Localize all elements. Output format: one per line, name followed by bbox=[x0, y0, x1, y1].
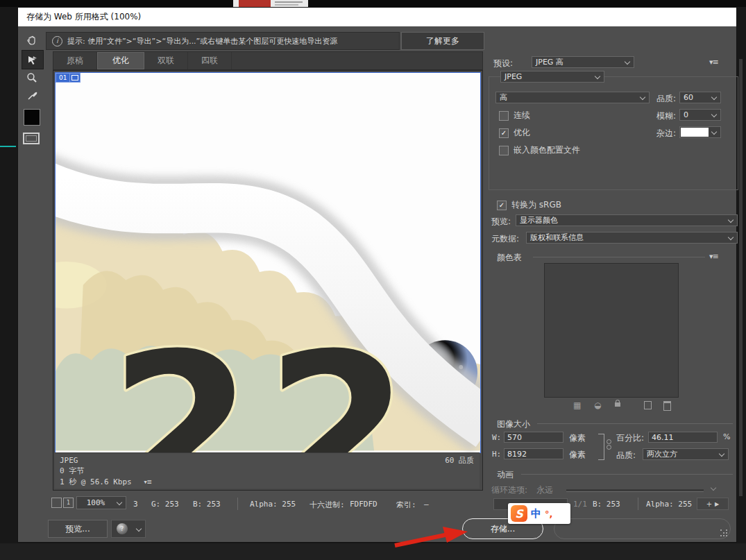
hex-value: FDFDFD bbox=[350, 500, 378, 509]
status-format: JPEG bbox=[60, 455, 475, 466]
next-frame-plus-icon[interactable]: + bbox=[706, 500, 712, 508]
optimized-checkbox[interactable]: ✓ 优化 bbox=[499, 127, 530, 139]
browser-select-button[interactable]: ? bbox=[111, 520, 133, 538]
preview-mode-label: 预览: bbox=[491, 216, 511, 228]
zoom-level-dropdown[interactable]: 100% bbox=[76, 496, 126, 509]
preview-tabstrip: 原稿 优化 双联 四联 bbox=[53, 51, 483, 70]
preset-panel-menu-icon[interactable]: ▾≡ bbox=[709, 58, 718, 67]
embed-profile-checkbox[interactable]: 嵌入颜色配置文件 bbox=[499, 144, 580, 156]
resample-dropdown[interactable]: 两次立方 bbox=[643, 448, 729, 460]
ime-punctuation-toggle[interactable]: °, bbox=[545, 509, 552, 519]
status-speed: 1 秒 @ 56.6 Kbps bbox=[60, 477, 132, 486]
artwork: 22 bbox=[56, 73, 480, 452]
metadata-dropdown[interactable]: 版权和联系信息 bbox=[526, 232, 738, 244]
ime-language-toggle[interactable]: 中 bbox=[531, 507, 541, 520]
ime-indicator[interactable]: S 中 °, bbox=[508, 503, 570, 524]
chevron-down-icon bbox=[625, 58, 630, 64]
chevron-down-icon bbox=[711, 111, 717, 117]
tab-4up[interactable]: 四联 bbox=[188, 52, 232, 69]
background-thumbnail bbox=[233, 0, 308, 7]
g-readout: G: 253 bbox=[151, 500, 179, 509]
format-dropdown[interactable]: JPEG bbox=[500, 71, 604, 83]
index-value: — bbox=[424, 500, 429, 509]
chevron-down-icon bbox=[711, 94, 717, 99]
web-shift-icon[interactable]: ◒ bbox=[594, 400, 601, 410]
dialog-titlebar[interactable]: 存储为 Web 所用格式 (100%) bbox=[18, 8, 736, 26]
tab-original[interactable]: 原稿 bbox=[53, 52, 97, 69]
percent-input[interactable]: 46.11 bbox=[648, 432, 718, 443]
hand-tool-button[interactable] bbox=[22, 31, 42, 49]
preset-label: 预设: bbox=[493, 58, 513, 69]
link-dimensions-bracket bbox=[598, 434, 604, 460]
slice-toggle-icon[interactable] bbox=[51, 498, 62, 508]
convert-srgb-checkbox[interactable]: ✓ 转换为 sRGB bbox=[497, 199, 561, 211]
anim-b-readout: B: 253 bbox=[593, 500, 620, 509]
lock-color-icon[interactable] bbox=[615, 402, 620, 407]
tab-optimized[interactable]: 优化 bbox=[97, 52, 144, 69]
alpha-readout: Alpha: 255 bbox=[250, 500, 296, 509]
preview-in-browser-button[interactable]: 预览... bbox=[48, 520, 108, 538]
resize-grip[interactable] bbox=[720, 529, 722, 531]
zoom-tool-button[interactable] bbox=[22, 69, 42, 87]
preview-frame: 22 01 JPEG 0 字节 1 秒 @ 56.6 Kbps ▾≡ 60 品质 bbox=[53, 70, 483, 491]
eyedropper-icon bbox=[26, 90, 38, 102]
learn-more-button[interactable]: 了解更多 bbox=[401, 32, 484, 50]
width-label: W: bbox=[492, 433, 501, 442]
height-input[interactable]: 8192 bbox=[504, 448, 563, 459]
delete-color-icon[interactable] bbox=[663, 401, 671, 411]
artwork-number: 22 bbox=[109, 309, 422, 452]
percent-unit: % bbox=[723, 432, 730, 441]
image-size-header: 图像大小 bbox=[497, 418, 530, 430]
color-table-menu-icon[interactable]: ▾≡ bbox=[709, 252, 718, 261]
loop-options-groove bbox=[566, 489, 704, 492]
status-menu-icon[interactable]: ▾≡ bbox=[143, 477, 151, 486]
chevron-down-icon bbox=[728, 234, 734, 239]
new-color-icon[interactable] bbox=[644, 401, 652, 409]
chevron-down-icon bbox=[728, 217, 734, 222]
slice-select-icon bbox=[26, 53, 39, 66]
loop-options-chevron-icon[interactable] bbox=[711, 485, 716, 491]
guide-line bbox=[0, 146, 16, 147]
quality-label: 品质: bbox=[656, 93, 676, 105]
slice-image-icon bbox=[70, 73, 80, 83]
eyedropper-color-swatch[interactable] bbox=[24, 109, 40, 126]
background-bottom bbox=[0, 543, 746, 560]
dither-icon[interactable]: ▦ bbox=[573, 400, 581, 410]
preview-mode-dropdown[interactable]: 显示器颜色 bbox=[516, 214, 738, 226]
info-icon: i bbox=[52, 36, 62, 46]
dialog-title: 存储为 Web 所用格式 (100%) bbox=[26, 11, 141, 23]
progressive-checkbox[interactable]: 连续 bbox=[499, 110, 530, 121]
preset-dropdown[interactable]: JPEG 高 bbox=[532, 56, 634, 68]
preview-status: JPEG 0 字节 1 秒 @ 56.6 Kbps ▾≡ 60 品质 bbox=[55, 452, 480, 489]
preview-canvas[interactable]: 22 01 bbox=[55, 72, 481, 453]
slice-select-tool-button[interactable] bbox=[22, 50, 44, 69]
play-icon[interactable]: ▶ bbox=[715, 501, 719, 507]
eyedropper-tool-button[interactable] bbox=[22, 87, 42, 105]
height-label: H: bbox=[492, 450, 501, 459]
chevron-down-icon bbox=[595, 73, 600, 78]
cancel-button-ghost[interactable] bbox=[554, 518, 731, 539]
chevron-down-icon bbox=[711, 128, 717, 134]
tab-2up[interactable]: 双联 bbox=[144, 52, 188, 69]
checkbox-unchecked bbox=[499, 111, 509, 121]
slice-number: 01 bbox=[56, 73, 70, 83]
frame-nav-buttons[interactable]: + ▶ bbox=[697, 498, 729, 510]
frame-counter: 1/1 bbox=[573, 500, 587, 509]
browser-dropdown-chevron[interactable] bbox=[133, 520, 146, 538]
loop-options-label: 循环选项: bbox=[491, 484, 527, 496]
slice-badge[interactable]: 01 bbox=[56, 73, 80, 83]
zoom-icon bbox=[26, 71, 38, 84]
r-readout: 3 bbox=[133, 500, 138, 509]
matte-dropdown[interactable] bbox=[679, 126, 721, 138]
link-icon[interactable] bbox=[607, 439, 611, 444]
toggle-slices-visibility-button[interactable] bbox=[23, 133, 40, 144]
quality-dropdown[interactable]: 60 bbox=[679, 92, 721, 103]
browser-icon: ? bbox=[117, 523, 128, 534]
width-input[interactable]: 570 bbox=[504, 432, 563, 443]
chevron-down-icon bbox=[640, 94, 645, 99]
compression-quality-dropdown[interactable]: 高 bbox=[495, 92, 650, 103]
color-table-swatches[interactable] bbox=[544, 263, 679, 398]
width-unit: 像素 bbox=[569, 432, 586, 444]
blur-dropdown[interactable]: 0 bbox=[679, 109, 721, 121]
slice-info-icon[interactable]: 1 bbox=[63, 498, 74, 508]
